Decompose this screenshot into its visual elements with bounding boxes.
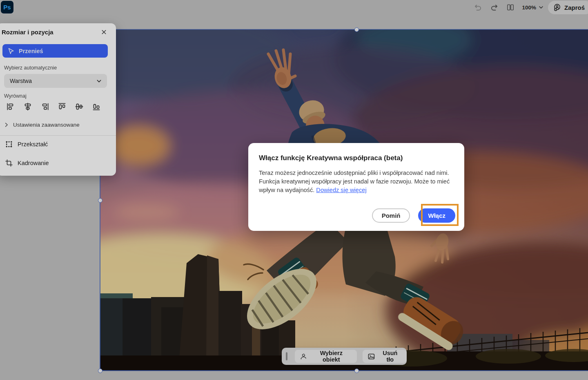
skip-button[interactable]: Pomiń bbox=[372, 208, 410, 223]
dialog-body: Teraz możesz jednocześnie udostępniać pl… bbox=[259, 169, 455, 194]
learn-more-link[interactable]: Dowiedz się więcej bbox=[316, 187, 366, 193]
dialog-title: Włącz funkcję Kreatywna współpraca (beta… bbox=[259, 154, 454, 162]
highlight-annotation bbox=[421, 204, 459, 226]
